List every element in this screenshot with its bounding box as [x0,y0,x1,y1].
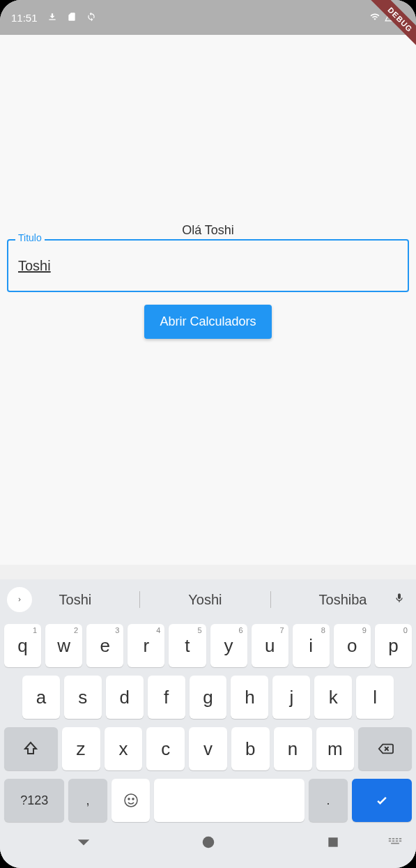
svg-rect-11 [396,841,398,842]
keyboard-switch-icon[interactable] [388,837,402,850]
key-d[interactable]: d [106,676,144,719]
key-v[interactable]: v [189,727,227,770]
key-o[interactable]: o9 [334,624,371,667]
key-row-1: q1w2e3r4t5y6u7i8o9p0 [0,620,416,671]
space-key[interactable] [154,779,305,822]
key-r[interactable]: r4 [128,624,164,667]
key-l[interactable]: l [356,676,394,719]
keyboard: Toshi Yoshi Toshiba q1w2e3r4t5y6u7i8o9p0… [0,579,416,868]
key-p[interactable]: p0 [375,624,412,667]
key-i[interactable]: i8 [293,624,330,667]
key-q[interactable]: q1 [4,624,41,667]
key-row-3: zxcvbnm [0,723,416,775]
nav-back-icon[interactable] [76,835,91,853]
key-u[interactable]: u7 [252,624,288,667]
key-a[interactable]: a [22,676,60,719]
key-t[interactable]: t5 [169,624,206,667]
svg-rect-6 [392,838,394,839]
svg-rect-4 [328,837,337,846]
svg-rect-5 [389,838,391,839]
svg-rect-13 [391,843,399,844]
open-calculator-button[interactable]: Abrir Calculadors [144,305,271,339]
nav-bar [0,826,416,861]
key-row-2: asdfghjkl [0,671,416,723]
suggestion-1[interactable]: Toshi [59,592,92,608]
key-k[interactable]: k [314,676,352,719]
key-x[interactable]: x [105,727,143,770]
key-h[interactable]: h [231,676,268,719]
suggestion-2[interactable]: Yoshi [188,592,222,608]
key-n[interactable]: n [274,727,312,770]
svg-point-0 [125,794,137,807]
key-c[interactable]: c [146,727,185,770]
status-bar: 11:51 [0,0,416,35]
download-icon [47,12,57,24]
title-input[interactable] [7,239,409,292]
shift-key[interactable] [4,727,58,770]
svg-point-2 [132,798,134,800]
status-time: 11:51 [11,12,38,24]
nav-home-icon[interactable] [201,835,216,853]
greeting-text: Olá Toshi [182,223,234,238]
comma-key[interactable]: , [68,779,107,822]
divider [270,591,271,608]
period-key[interactable]: . [309,779,348,822]
svg-point-1 [128,798,130,800]
input-label: Titulo [15,232,45,243]
app-content: Olá Toshi Titulo Abrir Calculadors [0,35,416,565]
key-j[interactable]: j [272,676,310,719]
wifi-icon [369,12,381,24]
divider [139,591,140,608]
key-row-4: ?123 , . [0,775,416,826]
mic-icon[interactable] [394,591,405,609]
svg-point-3 [203,837,215,848]
key-e[interactable]: e3 [86,624,123,667]
key-s[interactable]: s [64,676,102,719]
key-w[interactable]: w2 [45,624,82,667]
svg-rect-10 [392,841,394,842]
input-wrapper: Titulo [7,239,409,292]
sync-icon [86,12,96,24]
key-b[interactable]: b [231,727,270,770]
expand-suggestions-button[interactable] [7,587,32,612]
svg-rect-8 [399,838,401,839]
key-f[interactable]: f [148,676,185,719]
suggestion-3[interactable]: Toshiba [319,592,367,608]
svg-rect-7 [396,838,398,839]
sd-icon [67,12,77,24]
key-g[interactable]: g [190,676,227,719]
svg-rect-12 [399,841,401,842]
emoji-key[interactable] [111,779,151,822]
suggestion-bar: Toshi Yoshi Toshiba [0,579,416,620]
key-z[interactable]: z [62,727,100,770]
enter-key[interactable] [352,779,412,822]
key-y[interactable]: y6 [210,624,247,667]
nav-recent-icon[interactable] [326,835,340,852]
symbols-key[interactable]: ?123 [4,779,64,822]
backspace-key[interactable] [358,727,412,770]
svg-rect-9 [389,841,391,842]
key-m[interactable]: m [316,727,355,770]
